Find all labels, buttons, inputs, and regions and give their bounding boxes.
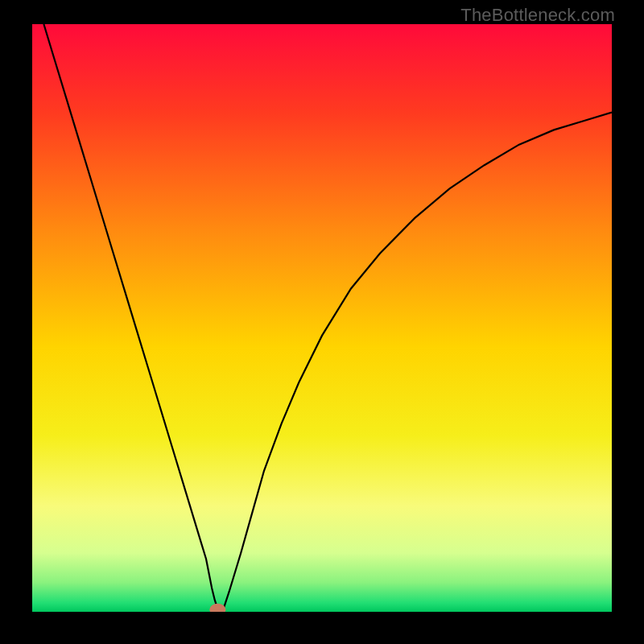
watermark-text: TheBottleneck.com xyxy=(460,5,615,26)
plot-background xyxy=(32,24,612,612)
bottleneck-chart xyxy=(32,24,612,612)
chart-frame: TheBottleneck.com xyxy=(0,0,644,644)
